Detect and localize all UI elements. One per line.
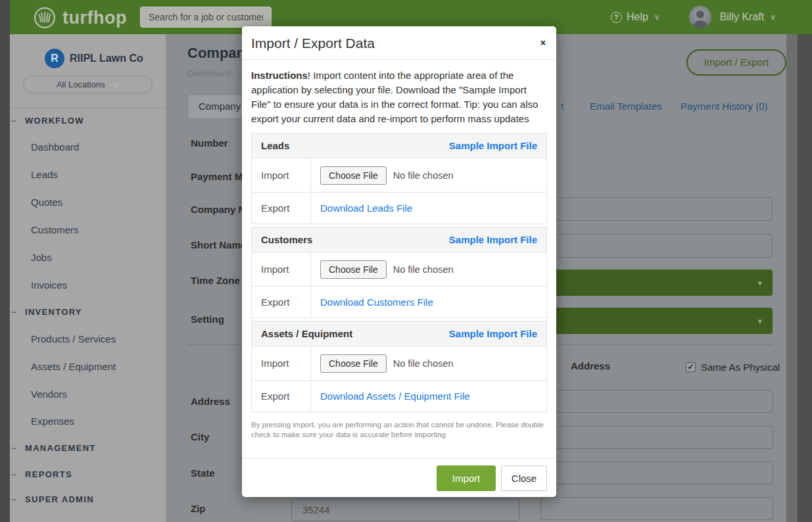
import-export-modal: Import / Export Data × Instructions! Imp… xyxy=(242,26,556,497)
label-company-name: Company N xyxy=(191,204,245,215)
brand-text: turfhop xyxy=(62,8,127,28)
sidebar-item-leads[interactable]: Leads xyxy=(10,169,166,180)
import-warning-text: By pressing import, you are performing a… xyxy=(251,420,547,440)
modal-footer: Import Close xyxy=(242,458,556,497)
label-payment-method: Payment M xyxy=(191,171,243,182)
sidebar-item-products-services[interactable]: Products / Services xyxy=(10,333,166,344)
chevron-down-icon: ∨ xyxy=(113,80,119,89)
download-leads-link[interactable]: Download Leads File xyxy=(320,202,412,214)
label-address: Address xyxy=(191,396,230,407)
leads-sample-import-link[interactable]: Sample Import File xyxy=(449,140,537,151)
leads-choose-file-button[interactable]: Choose File xyxy=(320,166,387,185)
section-title: Leads xyxy=(261,140,289,151)
sidebar-item-customers[interactable]: Customers xyxy=(10,224,166,235)
leads-export-row: Export Download Leads File xyxy=(252,193,546,224)
same-as-physical-label: Same As Physical xyxy=(701,362,780,373)
nav-section-management: --MANAGEMENT xyxy=(10,443,166,453)
sidebar-item-jobs[interactable]: Jobs xyxy=(10,252,166,263)
nav-section-super-admin: --SUPER ADMIN xyxy=(10,494,166,504)
nav-section-reports: --REPORTS xyxy=(10,469,166,479)
label-zip: Zip xyxy=(191,503,206,514)
user-menu[interactable]: Billy Kraft xyxy=(720,11,765,23)
assets-choose-file-button[interactable]: Choose File xyxy=(320,354,387,373)
company-badge: R xyxy=(45,49,64,68)
import-label: Import xyxy=(252,252,311,286)
import-export-button[interactable]: Import / Export xyxy=(686,49,786,76)
customers-export-row: Export Download Customers File xyxy=(252,287,546,318)
download-assets-link[interactable]: Download Assets / Equipment File xyxy=(320,391,470,402)
customers-section: Customers Sample Import File Import Choo… xyxy=(251,227,547,318)
sidebar: R RIIPL Lawn Co All Locations ∨ --WORKFL… xyxy=(10,34,166,522)
chevron-down-icon: ▾ xyxy=(757,316,762,326)
label-city: City xyxy=(191,431,209,442)
tab-payment-history[interactable]: Payment History (0) xyxy=(681,101,768,112)
app-screen: turfhop ? Help ∨ Billy Kraft ∨ R RIIPL L… xyxy=(0,0,812,522)
tree-dash-icon: -- xyxy=(11,470,16,479)
sidebar-item-vendors[interactable]: Vendors xyxy=(10,389,166,400)
same-as-physical-checkbox[interactable]: ✓ xyxy=(686,362,696,372)
close-icon[interactable]: × xyxy=(540,38,546,47)
assets-section-header: Assets / Equipment Sample Import File xyxy=(252,321,546,346)
sidebar-item-expenses[interactable]: Expenses xyxy=(10,415,166,427)
assets-sample-import-link[interactable]: Sample Import File xyxy=(449,328,537,339)
close-button[interactable]: Close xyxy=(501,465,547,491)
import-label: Import xyxy=(252,158,311,192)
left-edge-strip xyxy=(0,0,10,522)
nav-section-workflow: --WORKFLOW xyxy=(10,116,166,126)
label-state: State xyxy=(191,467,215,479)
global-search xyxy=(140,7,272,28)
sidebar-item-quotes[interactable]: Quotes xyxy=(10,197,166,208)
customers-sample-import-link[interactable]: Sample Import File xyxy=(449,234,537,245)
help-menu[interactable]: Help xyxy=(627,11,648,23)
company-name: RIIPL Lawn Co xyxy=(70,53,143,64)
mailing-address-field[interactable] xyxy=(540,390,773,413)
download-customers-link[interactable]: Download Customers File xyxy=(320,297,433,308)
turfhop-logo: turfhop xyxy=(33,6,127,30)
leads-section: Leads Sample Import File Import Choose F… xyxy=(251,133,547,224)
tree-dash-icon: -- xyxy=(11,495,16,504)
sidebar-item-dashboard[interactable]: Dashboard xyxy=(10,141,166,153)
export-label: Export xyxy=(252,287,311,318)
sidebar-item-assets-equipment[interactable]: Assets / Equipment xyxy=(10,361,166,372)
chevron-down-icon: ∨ xyxy=(770,12,776,22)
help-icon: ? xyxy=(611,12,622,23)
label-time-zone: Time Zone xyxy=(191,275,240,286)
tab-email-templates[interactable]: Email Templates xyxy=(590,101,662,112)
sidebar-item-invoices[interactable]: Invoices xyxy=(10,279,166,291)
tree-dash-icon: -- xyxy=(11,308,16,317)
nav-section-inventory: --INVENTORY xyxy=(10,307,166,317)
assets-no-file-text: No file chosen xyxy=(393,358,454,369)
modal-body: Instructions! Import content into the ap… xyxy=(242,68,556,440)
customers-no-file-text: No file chosen xyxy=(393,264,454,275)
page-scrollbar[interactable] xyxy=(798,34,812,522)
mailing-zip-field[interactable] xyxy=(540,497,773,520)
zip-field[interactable] xyxy=(291,498,519,521)
assets-export-row: Export Download Assets / Equipment File xyxy=(252,381,546,412)
chevron-down-icon: ▾ xyxy=(757,278,762,288)
tab-cutoff[interactable]: t xyxy=(561,101,563,112)
leads-no-file-text: No file chosen xyxy=(393,170,454,181)
mailing-city-field[interactable] xyxy=(540,426,773,449)
sidebar-divider xyxy=(10,108,166,108)
modal-title: Import / Export Data xyxy=(251,36,547,51)
modal-header: Import / Export Data × xyxy=(242,26,556,60)
search-input[interactable] xyxy=(140,7,272,28)
section-title: Assets / Equipment xyxy=(261,328,352,339)
customers-section-header: Customers Sample Import File xyxy=(252,227,546,252)
mailing-state-field[interactable] xyxy=(540,462,773,485)
assets-section: Assets / Equipment Sample Import File Im… xyxy=(251,321,547,412)
leads-import-row: Import Choose File No file chosen xyxy=(252,158,546,193)
tree-dash-icon: -- xyxy=(11,444,16,453)
leads-section-header: Leads Sample Import File xyxy=(252,133,546,158)
label-setting: Setting xyxy=(191,314,224,325)
location-selector[interactable]: All Locations ∨ xyxy=(23,76,153,93)
top-bar-right: ? Help ∨ Billy Kraft ∨ xyxy=(611,0,776,34)
avatar[interactable] xyxy=(689,6,711,28)
import-button[interactable]: Import xyxy=(437,465,496,491)
export-label: Export xyxy=(252,381,311,412)
section-title: Customers xyxy=(261,234,312,245)
breadcrumb-root[interactable]: Dashboard xyxy=(187,68,231,78)
import-label: Import xyxy=(252,346,311,380)
customers-choose-file-button[interactable]: Choose File xyxy=(320,260,387,279)
modal-instructions: Instructions! Import content into the ap… xyxy=(251,68,547,126)
